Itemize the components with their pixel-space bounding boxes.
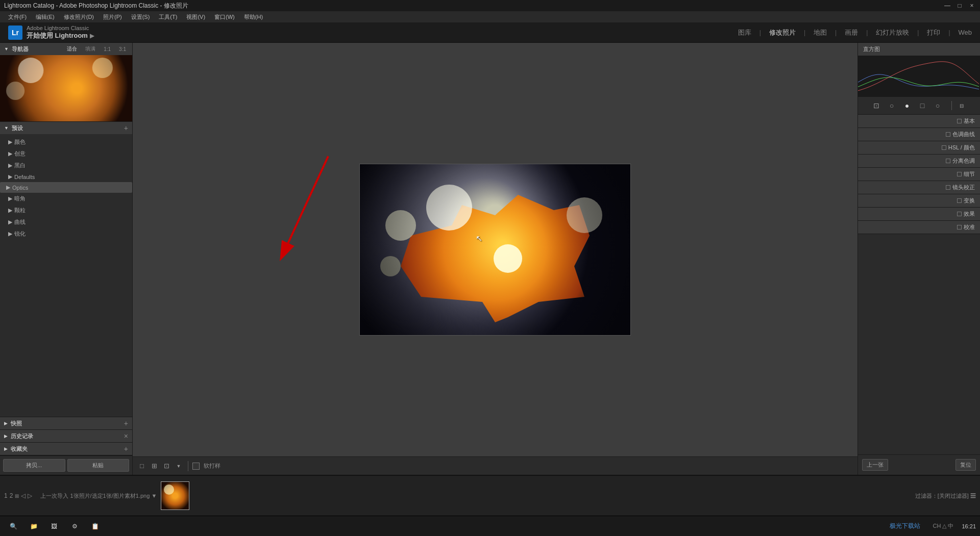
zoom-3-1[interactable]: 3:1 [117, 46, 128, 53]
softproof-label[interactable]: 软打样 [204, 462, 220, 470]
preset-group-color[interactable]: ▶颜色 [0, 136, 132, 148]
hsl-indicator[interactable] [942, 145, 946, 150]
basic-indicator[interactable] [957, 119, 962, 123]
paste-button[interactable]: 粘贴 [67, 459, 130, 472]
history-close-button[interactable]: × [124, 432, 128, 440]
arrow-icon[interactable]: ▶ [90, 32, 94, 39]
title-bar-controls[interactable]: — □ × [943, 2, 976, 9]
preset-sharpen-triangle: ▶ [8, 231, 12, 237]
clock: 16:21 [962, 523, 976, 529]
preset-group-sharpen[interactable]: ▶锐化 [0, 228, 132, 240]
next-btn[interactable]: ▷ [28, 492, 32, 499]
taskbar-icon-2[interactable]: 📁 [24, 517, 43, 535]
detail-indicator[interactable] [957, 172, 962, 176]
product-name-line1: Adobe Lightroom Classic [27, 25, 89, 31]
menu-window[interactable]: 窗口(W) [210, 12, 239, 22]
section-calibration-header[interactable]: 校准 [858, 221, 980, 234]
view-dropdown-icon[interactable]: ▼ [174, 464, 184, 469]
tool-redeye[interactable]: ● [901, 100, 913, 111]
nav-web[interactable]: Web [959, 29, 972, 36]
prev-photo-button[interactable]: 上一张 [862, 459, 888, 471]
tool-slider[interactable]: ⊟ [956, 100, 967, 111]
zoom-fill[interactable]: 填满 [83, 45, 97, 53]
presets-add-button[interactable]: + [124, 124, 128, 132]
menu-settings[interactable]: 设置(S) [127, 12, 154, 22]
histogram-header[interactable]: 直方图 [858, 43, 980, 56]
section-calibration: 校准 [858, 221, 980, 234]
taskbar-icon-1[interactable]: 🔍 [4, 517, 22, 535]
page-1-button[interactable]: 1 [4, 492, 8, 499]
effects-indicator[interactable] [957, 212, 962, 216]
grid-view-icon[interactable]: ⊞ [149, 462, 159, 470]
tone-curve-indicator[interactable] [946, 132, 950, 137]
toolbar-separator-1 [188, 461, 188, 471]
section-lens-correction-header[interactable]: 镜头校正 [858, 181, 980, 194]
section-basic-header[interactable]: 基本 [858, 115, 980, 127]
nav-slideshow[interactable]: 幻灯片放映 [876, 28, 909, 37]
lr-text: Adobe Lightroom Classic 开始使用 Lightroom ▶ [27, 25, 94, 40]
snapshots-add-button[interactable]: + [124, 419, 128, 427]
history-header[interactable]: ▶ 历史记录 × [0, 430, 132, 442]
nav-library[interactable]: 图库 [738, 28, 751, 37]
copy-button[interactable]: 拷贝... [3, 459, 65, 472]
tool-grad[interactable]: □ [917, 100, 928, 111]
filmstrip-dropdown-arrow[interactable]: ▼ [151, 493, 157, 499]
maximize-button[interactable]: □ [955, 2, 964, 9]
preset-group-vignette[interactable]: ▶暗角 [0, 193, 132, 205]
page-2-button[interactable]: 2 [10, 492, 13, 499]
preset-optics-triangle: ▶ [6, 184, 10, 191]
nav-develop[interactable]: 修改照片 [769, 28, 796, 37]
softproof-checkbox[interactable] [192, 463, 200, 470]
section-detail-header[interactable]: 细节 [858, 168, 980, 181]
taskbar-icon-3[interactable]: 🖼 [45, 517, 63, 535]
taskbar-icon-5[interactable]: 📋 [86, 517, 104, 535]
lens-correction-indicator[interactable] [946, 185, 950, 190]
prev-btn[interactable]: ◁ [21, 492, 26, 499]
tool-radial[interactable]: ○ [932, 100, 943, 111]
filter-icon[interactable]: ☰ [970, 493, 976, 499]
nav-map[interactable]: 地图 [814, 28, 827, 37]
section-transform-header[interactable]: 变换 [858, 194, 980, 207]
nav-book[interactable]: 画册 [845, 28, 858, 37]
grid-btn[interactable]: ⊞ [15, 493, 19, 499]
section-tone-curve-header[interactable]: 色调曲线 [858, 128, 980, 141]
menu-develop[interactable]: 修改照片(D) [60, 12, 98, 22]
split-toning-indicator[interactable] [946, 159, 950, 163]
minimize-button[interactable]: — [943, 2, 951, 9]
preset-group-defaults[interactable]: ▶Defaults [0, 171, 132, 182]
preset-group-grain[interactable]: ▶颗粒 [0, 205, 132, 216]
taskbar-icon-4[interactable]: ⚙ [65, 517, 84, 535]
close-button[interactable]: × [968, 2, 976, 9]
collections-header[interactable]: ▶ 收藏夹 + [0, 443, 132, 455]
preset-group-curves[interactable]: ▶曲线 [0, 216, 132, 228]
right-panel-sections: 基本 色调曲线 HSL / 颜色 [858, 115, 980, 234]
section-split-toning-header[interactable]: 分离色调 [858, 155, 980, 167]
preset-group-bw[interactable]: ▶黑白 [0, 160, 132, 171]
zoom-fit[interactable]: 适合 [65, 45, 79, 53]
presets-header[interactable]: ▼ 预设 + [0, 122, 132, 134]
preset-group-optics[interactable]: ▶Optics [0, 182, 132, 193]
nav-print[interactable]: 打印 [927, 28, 940, 37]
compare-view-icon[interactable]: ⊡ [161, 462, 172, 470]
collections-add-button[interactable]: + [124, 445, 128, 453]
tool-spot[interactable]: ○ [886, 100, 897, 111]
single-view-icon[interactable]: □ [137, 462, 147, 470]
menu-edit[interactable]: 编辑(E) [32, 12, 59, 22]
navigator-header[interactable]: ▼ 导航器 适合 填满 1:1 3:1 [0, 43, 132, 55]
filmstrip-thumbnail-1[interactable] [161, 481, 189, 510]
menu-tools[interactable]: 工具(T) [155, 12, 181, 22]
zoom-1-1[interactable]: 1:1 [102, 46, 113, 53]
menu-photo[interactable]: 照片(P) [99, 12, 126, 22]
preset-group-creative[interactable]: ▶创意 [0, 148, 132, 160]
menu-view[interactable]: 视图(V) [182, 12, 209, 22]
section-hsl-header[interactable]: HSL / 颜色 [858, 141, 980, 154]
menu-help[interactable]: 帮助(H) [240, 12, 267, 22]
reset-button[interactable]: 复位 [955, 459, 976, 471]
filmstrip-import-info: 上一次导入 1张照片/选定1张/图片素材1.png [40, 493, 150, 499]
calibration-indicator[interactable] [957, 225, 962, 229]
snapshots-header[interactable]: ▶ 快照 + [0, 417, 132, 429]
menu-file[interactable]: 文件(F) [4, 12, 31, 22]
transform-indicator[interactable] [957, 198, 962, 203]
section-effects-header[interactable]: 效果 [858, 208, 980, 220]
tool-crop[interactable]: ⊡ [871, 100, 882, 111]
